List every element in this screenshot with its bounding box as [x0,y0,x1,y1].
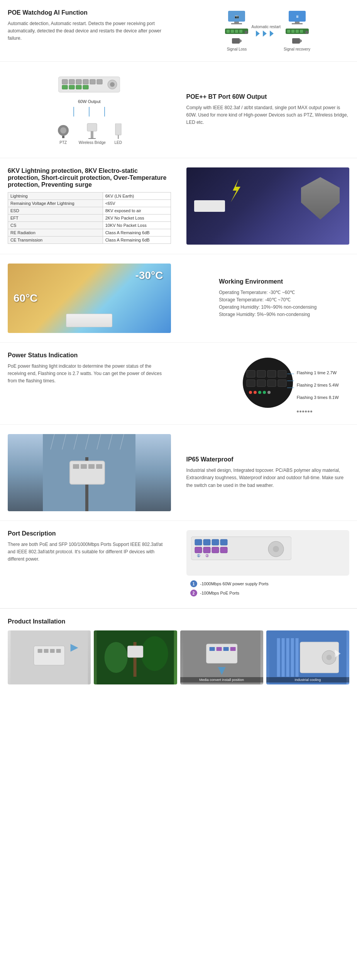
svg-point-123 [326,655,332,660]
installation-images: Media convert install position Industria… [8,630,349,684]
svg-point-65 [267,391,271,394]
signal-loss-box: 📷 Signal Loss [225,10,248,51]
svg-rect-8 [239,30,242,33]
led-dot-2 [299,411,301,412]
svg-rect-6 [231,30,234,33]
svg-rect-100 [50,649,55,653]
svg-rect-119 [291,638,294,677]
power-label-1: Flashing 1 time 2.7W [297,370,343,375]
port-label-item: 1-1000Mbps 60W power supply Ports [186,580,350,587]
port-desc-description: There are both PoE and SFP 100/1000Mbps … [8,541,171,563]
svg-rect-99 [44,649,49,653]
port-desc-right: ① ② 1-1000Mbps 60W power supply Ports2-1… [179,521,357,608]
signal-recovery-box: 🖥 Signal recovery [284,10,310,51]
port-label-text: -1000Mbps 60W power supply Ports [200,581,269,586]
power-status-title: Power Status Indication [8,352,171,359]
ip65-title: IP65 Waterproof [186,456,350,463]
svg-text:📷: 📷 [235,14,239,19]
lightning-row: CS10KV No Packet Loss [8,222,171,229]
port-num-badge: 1 [190,580,197,587]
port-desc-section: Port Description There are both PoE and … [0,521,357,608]
port-switch-diagram: ① ② [186,530,350,576]
power-status-right: Flashing 1 time 2.7W Flashing 2 times 5.… [179,343,357,424]
led-dot-1 [297,411,299,412]
temp-hot-label: 60°C [14,292,38,304]
media-install-label: Media convert install position [180,677,263,683]
svg-rect-36 [76,85,81,89]
led-device: LED [113,123,123,145]
lightning-param: CE Transmission [8,237,103,244]
shield-icon [301,177,340,220]
svg-point-64 [263,391,266,394]
lightning-value: 2KV No Packet Loss [103,215,171,222]
arrow-area: Automatic restart [251,25,281,37]
camera-icon-right [292,37,302,45]
port-label-text: -100Mbps PoE Ports [200,591,240,595]
svg-rect-21 [291,30,294,33]
svg-rect-117 [281,638,284,677]
power-label-2-text: Flashing 2 times 5.4W [297,383,339,387]
port-desc-title: Port Description [8,530,171,537]
working-env-left: 60°C -30°C [0,254,179,342]
power-status-left: Power Status Indication PoE power flashi… [0,343,179,424]
lightning-row: Remaining Voltage After Lightning<65V [8,200,171,207]
poe-plus-right: POE++ BT Port 60W Output Comply with IEE… [179,62,357,158]
svg-rect-116 [277,638,280,677]
svg-marker-12 [256,30,260,37]
auto-restart-label: Automatic restart [251,25,281,29]
temp-cold-label: -30°C [135,269,163,282]
svg-rect-90 [212,547,219,553]
lightning-row: ESD8KV exposed to air [8,207,171,215]
port-labels-container: 1-1000Mbps 60W power supply Ports2-100Mb… [186,580,350,596]
svg-point-44 [60,127,66,133]
svg-rect-46 [87,123,97,131]
svg-rect-3 [231,23,242,24]
svg-rect-82 [96,464,102,469]
port-num-badge: 2 [190,590,197,596]
led-dots [297,411,343,412]
power-status-description: PoE power flashing light indicator to de… [8,363,171,385]
svg-marker-11 [240,39,242,43]
lightning-param: ESD [8,207,103,215]
svg-rect-109 [206,644,237,663]
lightning-value: <65V [103,200,171,207]
led-dot-6 [310,411,312,412]
svg-rect-111 [216,647,222,651]
watchdog-title: POE Watchdog AI Function [8,9,171,16]
port-diagram-area: ① ② 1-1000Mbps 60W power supply Ports2-1… [186,530,350,599]
working-env-section: 60°C -30°C Working Environment Operating… [0,254,357,343]
install-img-2 [94,630,177,684]
lightning-row: CE TransmissionClass A Remaining 6dB [8,237,171,244]
connector-lines [58,107,120,118]
power-labels-area: Flashing 1 time 2.7W Flashing 2 times 5.… [297,370,343,412]
svg-text:①: ① [196,554,200,558]
svg-point-39 [110,82,115,87]
svg-rect-7 [235,30,238,33]
monitor-icon-left: 📷 [227,10,246,25]
svg-rect-56 [278,370,286,377]
ports-circle-svg [241,356,295,410]
poe-diagram-area: 60W Output PTZ [8,71,171,149]
installation-section: Product Installation [0,608,357,694]
svg-rect-2 [234,22,239,23]
temperature-image: 60°C -30°C [8,264,171,333]
poe-plus-section: 60W Output PTZ [0,62,357,158]
lightning-image [186,167,350,245]
install-img-3: Media convert install position [180,630,263,684]
arrow-chevron-3 [270,30,276,37]
working-env-title: Working Environment [219,278,316,285]
svg-rect-54 [257,370,266,377]
media-convert-svg [180,630,263,684]
watchdog-left: POE Watchdog AI Function Automatic detec… [0,0,179,61]
svg-rect-86 [212,539,219,545]
svg-rect-18 [292,23,303,24]
switch-drawing [58,75,120,96]
svg-rect-22 [296,30,299,33]
switch-overlay [66,314,112,327]
arrows [256,30,276,37]
wireless-bridge-icon [85,122,99,139]
lightning-param: EFT [8,215,103,222]
lightning-bolt-icon [229,179,244,202]
svg-rect-97 [34,646,65,665]
svg-rect-47 [91,131,93,138]
